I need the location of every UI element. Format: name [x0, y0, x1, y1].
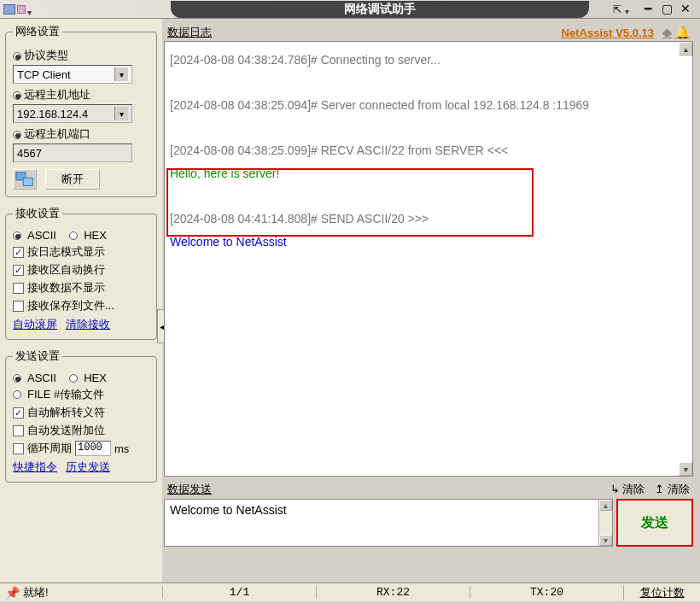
version-label[interactable]: NetAssist V5.0.13 ◈🔔: [562, 26, 690, 39]
scroll-up-icon[interactable]: ▴: [679, 42, 692, 56]
lbl-auto-append: 自动发送附加位: [27, 423, 105, 438]
port-input[interactable]: 4567: [13, 143, 132, 162]
host-label: 远程主机地址: [13, 87, 149, 102]
network-settings-group: 网络设置 协议类型 TCP Client▾ 远程主机地址 192.168.124…: [5, 24, 157, 197]
status-page: 1/1: [162, 586, 316, 599]
svg-rect-1: [23, 178, 32, 185]
reset-counter-button[interactable]: 复位计数: [623, 585, 700, 600]
log-output[interactable]: ▴ ▾ [2024-08-08 04:38:24.786]# Connectin…: [164, 41, 693, 477]
connection-icon[interactable]: [13, 169, 37, 190]
lbl-cycle-send: 循环周期: [27, 441, 72, 456]
chevron-down-icon[interactable]: ▾: [114, 67, 128, 81]
chevron-down-icon[interactable]: ▾: [114, 107, 128, 120]
recv-settings-group: 接收设置 ASCII HEX 按日志模式显示 接收区自动换行 接收数据不显示 接…: [5, 206, 157, 340]
titlebar: 网络调试助手 ⇱ ━ ▢ ✕: [0, 0, 700, 19]
auto-scroll-link[interactable]: 自动滚屏: [13, 317, 57, 332]
file-transfer-radio[interactable]: [13, 390, 21, 399]
title-dropdown-icon[interactable]: [27, 3, 39, 15]
disconnect-button[interactable]: 断开: [45, 169, 100, 190]
status-rx: RX:22: [316, 586, 470, 599]
lbl-cycle-unit: ms: [114, 442, 129, 455]
chk-hide-recv[interactable]: [13, 283, 24, 294]
diamond-icon[interactable]: ◈: [662, 26, 672, 39]
recv-hex-radio[interactable]: [69, 231, 78, 240]
host-radio-icon[interactable]: [13, 91, 21, 100]
app-icon-1: [3, 4, 15, 15]
status-tx: TX:20: [470, 586, 623, 599]
host-select[interactable]: 192.168.124.4▾: [13, 104, 132, 123]
lbl-file-transfer: FILE #传输文件: [27, 387, 104, 402]
recv-ascii-radio[interactable]: [13, 231, 21, 240]
recv-ascii-label: ASCII: [27, 229, 56, 242]
recv-hex-label: HEX: [84, 229, 107, 242]
send-scrollbar[interactable]: ▴▾: [598, 500, 612, 546]
title-left-icons: [0, 3, 171, 15]
sidebar: 网络设置 协议类型 TCP Client▾ 远程主机地址 192.168.124…: [0, 19, 162, 583]
clear-input-action[interactable]: ↳ 清除: [610, 482, 645, 497]
send-title: 数据发送: [167, 482, 212, 497]
send-settings-legend: 发送设置: [13, 348, 62, 364]
protocol-label: 协议类型: [13, 48, 149, 63]
chk-log-mode[interactable]: [13, 247, 24, 258]
lbl-auto-escape: 自动解析转义符: [27, 405, 105, 420]
quick-cmd-link[interactable]: 快捷指令: [13, 460, 57, 475]
log-title: 数据日志: [167, 25, 212, 40]
pin-icon[interactable]: ⇱: [613, 3, 621, 15]
pin-status-icon: 📌: [5, 586, 20, 600]
clear-output-action[interactable]: ↥ 清除: [655, 482, 690, 497]
send-hex-label: HEX: [84, 372, 107, 384]
main-panel: ◂ 数据日志 NetAssist V5.0.13 ◈🔔 ▴ ▾ [2024-08…: [162, 19, 700, 583]
chk-save-file[interactable]: [13, 301, 24, 312]
lbl-auto-wrap: 接收区自动换行: [27, 262, 105, 278]
clear-recv-link[interactable]: 清除接收: [66, 317, 110, 332]
send-settings-group: 发送设置 ASCII HEX FILE #传输文件 自动解析转义符 自动发送附加…: [5, 348, 157, 483]
statusbar: 📌就绪! 1/1 RX:22 TX:20 复位计数: [0, 583, 700, 601]
title-dropdown-right-icon[interactable]: [625, 3, 637, 15]
history-link[interactable]: 历史发送: [66, 460, 110, 475]
network-settings-legend: 网络设置: [13, 24, 62, 39]
chk-auto-escape[interactable]: [13, 407, 24, 419]
send-ascii-radio[interactable]: [13, 374, 21, 383]
recv-settings-legend: 接收设置: [13, 206, 62, 221]
close-button[interactable]: ✕: [678, 3, 693, 15]
app-icon-2: [17, 5, 26, 14]
send-hex-radio[interactable]: [69, 374, 78, 383]
send-ascii-label: ASCII: [27, 372, 56, 384]
port-radio-icon[interactable]: [13, 131, 21, 139]
chk-auto-wrap[interactable]: [13, 265, 24, 276]
chk-auto-append[interactable]: [13, 425, 24, 436]
lbl-save-file: 接收保存到文件...: [27, 298, 114, 313]
lbl-log-mode: 按日志模式显示: [27, 244, 105, 260]
port-label: 远程主机端口: [13, 126, 149, 142]
cycle-interval-input[interactable]: 1000: [75, 441, 111, 456]
maximize-button[interactable]: ▢: [659, 3, 674, 15]
chk-cycle-send[interactable]: [13, 443, 24, 454]
protocol-select[interactable]: TCP Client▾: [13, 65, 132, 84]
lbl-hide-recv: 接收数据不显示: [27, 280, 105, 296]
status-ready: 就绪!: [23, 585, 49, 600]
send-button[interactable]: 发送: [616, 499, 693, 547]
bell-icon[interactable]: 🔔: [675, 26, 690, 39]
window-title: 网络调试助手: [171, 1, 589, 18]
scroll-down-icon[interactable]: ▾: [679, 462, 692, 476]
minimize-button[interactable]: ━: [640, 3, 656, 15]
send-textarea[interactable]: Welcome to NetAssist ▴▾: [164, 499, 613, 547]
protocol-radio-icon[interactable]: [13, 52, 21, 61]
